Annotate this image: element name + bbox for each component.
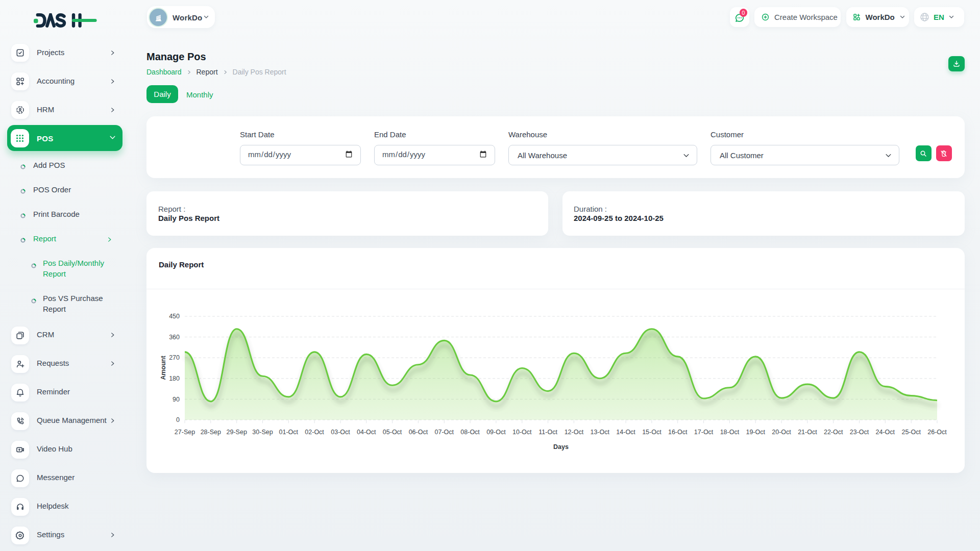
- svg-text:24-Oct: 24-Oct: [876, 429, 895, 436]
- svg-text:21-Oct: 21-Oct: [798, 429, 817, 436]
- svg-text:27-Sep: 27-Sep: [175, 429, 195, 436]
- svg-text:03-Oct: 03-Oct: [331, 429, 350, 436]
- svg-text:14-Oct: 14-Oct: [616, 429, 635, 436]
- svg-text:25-Oct: 25-Oct: [901, 429, 921, 436]
- svg-text:180: 180: [169, 375, 180, 382]
- svg-text:26-Oct: 26-Oct: [927, 429, 947, 436]
- svg-text:02-Oct: 02-Oct: [305, 429, 324, 436]
- svg-text:20-Oct: 20-Oct: [772, 429, 791, 436]
- svg-text:16-Oct: 16-Oct: [668, 429, 688, 436]
- svg-text:08-Oct: 08-Oct: [460, 429, 480, 436]
- svg-text:11-Oct: 11-Oct: [538, 429, 557, 436]
- svg-text:450: 450: [169, 313, 180, 320]
- svg-text:30-Sep: 30-Sep: [252, 429, 273, 436]
- svg-text:22-Oct: 22-Oct: [824, 429, 843, 436]
- svg-text:Amount: Amount: [160, 356, 167, 380]
- svg-text:23-Oct: 23-Oct: [850, 429, 869, 436]
- svg-text:270: 270: [169, 354, 180, 361]
- svg-text:28-Sep: 28-Sep: [201, 429, 221, 436]
- svg-text:06-Oct: 06-Oct: [409, 429, 428, 436]
- svg-text:15-Oct: 15-Oct: [642, 429, 662, 436]
- svg-text:09-Oct: 09-Oct: [486, 429, 506, 436]
- svg-text:01-Oct: 01-Oct: [279, 429, 299, 436]
- svg-text:360: 360: [169, 334, 180, 341]
- svg-text:29-Sep: 29-Sep: [227, 429, 247, 436]
- svg-text:17-Oct: 17-Oct: [694, 429, 714, 436]
- svg-text:18-Oct: 18-Oct: [720, 429, 740, 436]
- svg-text:12-Oct: 12-Oct: [565, 429, 584, 436]
- svg-text:07-Oct: 07-Oct: [435, 429, 454, 436]
- svg-text:04-Oct: 04-Oct: [357, 429, 376, 436]
- svg-text:0: 0: [176, 416, 180, 423]
- svg-text:10-Oct: 10-Oct: [512, 429, 532, 436]
- svg-text:Days: Days: [553, 443, 569, 450]
- svg-text:90: 90: [173, 396, 180, 403]
- svg-text:05-Oct: 05-Oct: [383, 429, 402, 436]
- svg-text:13-Oct: 13-Oct: [590, 429, 609, 436]
- svg-text:19-Oct: 19-Oct: [746, 429, 765, 436]
